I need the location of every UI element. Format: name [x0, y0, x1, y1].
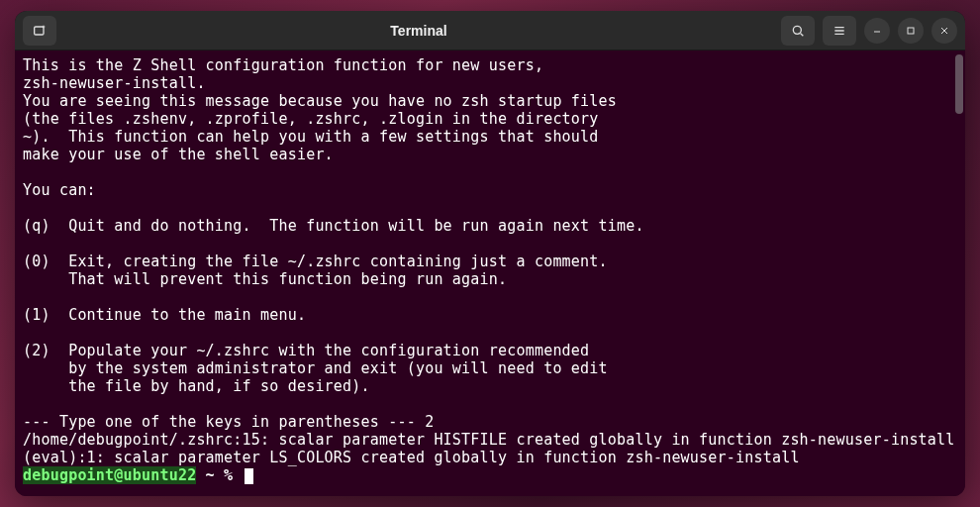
close-icon	[938, 25, 950, 37]
hamburger-icon	[832, 23, 847, 39]
titlebar: Terminal	[15, 11, 965, 51]
scrollbar[interactable]	[955, 54, 963, 114]
prompt-user-host: debugpoint@ubuntu22	[23, 466, 196, 484]
terminal-body[interactable]: This is the Z Shell configuration functi…	[15, 51, 965, 496]
svg-rect-2	[908, 28, 914, 34]
new-tab-button[interactable]	[23, 16, 56, 46]
cursor	[245, 468, 253, 484]
close-button[interactable]	[931, 18, 957, 44]
maximize-icon	[905, 25, 917, 37]
search-icon	[790, 23, 806, 39]
svg-rect-0	[35, 27, 44, 35]
search-button[interactable]	[781, 16, 815, 46]
terminal-window: Terminal	[15, 11, 965, 496]
terminal-output: This is the Z Shell configuration functi…	[23, 56, 957, 466]
prompt-symbol: %	[224, 466, 242, 484]
minimize-button[interactable]	[864, 18, 890, 44]
svg-point-1	[793, 26, 801, 34]
prompt-path: ~	[196, 466, 224, 484]
menu-button[interactable]	[823, 16, 856, 46]
terminal-prompt[interactable]: debugpoint@ubuntu22 ~ %	[23, 466, 957, 484]
new-tab-icon	[32, 23, 48, 39]
window-title: Terminal	[56, 23, 781, 39]
minimize-icon	[871, 25, 883, 37]
maximize-button[interactable]	[898, 18, 924, 44]
